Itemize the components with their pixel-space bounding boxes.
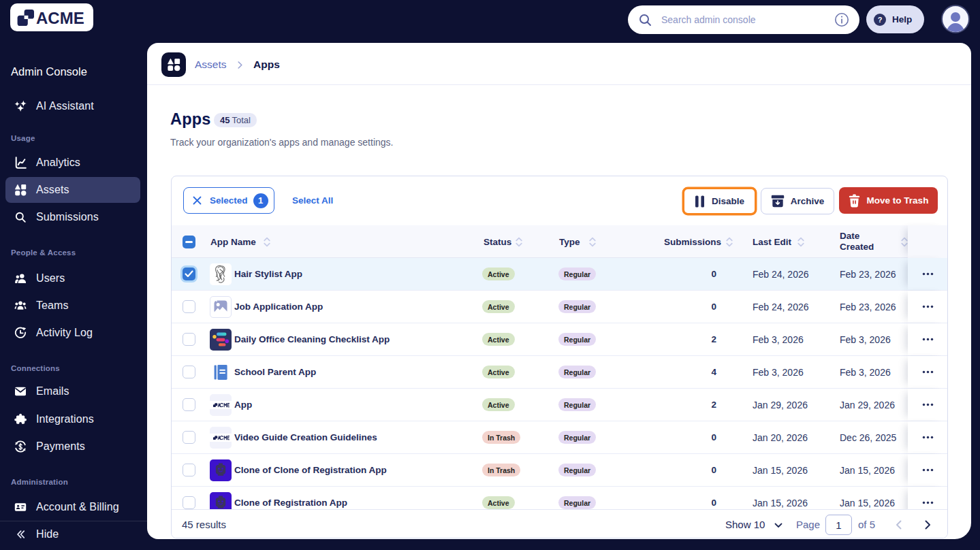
- svg-text:ACME: ACME: [36, 9, 84, 27]
